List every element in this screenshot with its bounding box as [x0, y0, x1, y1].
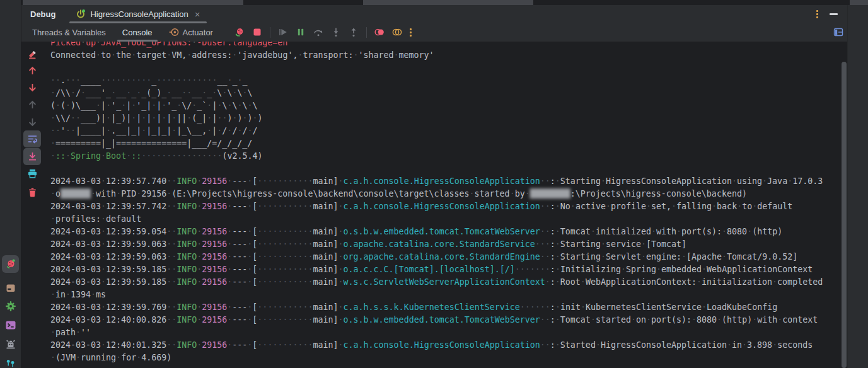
layout-settings-icon[interactable] — [833, 27, 843, 37]
mute-breakpoints-icon[interactable] — [374, 27, 385, 37]
terminal-icon[interactable] — [5, 319, 16, 331]
console-gutter-toolbar — [21, 42, 49, 368]
more-debug-actions-icon[interactable] — [410, 28, 412, 37]
toolbar-divider — [366, 27, 367, 38]
console-line: 2024-03-03·12:39:57.742··INFO·29156·---·… — [50, 200, 839, 213]
actuator-icon — [169, 27, 179, 37]
console-line: 2024-03-03·12:39:59.054··INFO·29156·---·… — [50, 226, 839, 238]
editor-bottom-strip — [21, 0, 868, 5]
hide-icon[interactable] — [830, 13, 838, 15]
settings-gear-icon[interactable] — [5, 301, 16, 312]
console-line: (·(·)\___·|·'_·|·'_|·|·'_·\/·_`·|·\·\·\·… — [50, 100, 839, 112]
toolbar-divider — [270, 27, 270, 38]
step-into-icon[interactable] — [331, 27, 341, 37]
console-line: 2024-03-03·12:39:57.740··INFO·29156·---·… — [50, 175, 839, 188]
console-line: ··.···____··········_············__·_·_ — [50, 74, 839, 87]
console-line: ·(JVM·running·for·4.669) — [50, 352, 839, 364]
rerun-power-icon — [76, 9, 86, 19]
previous-occurrence-icon[interactable] — [27, 100, 38, 110]
up-stack-trace-icon[interactable] — [27, 66, 38, 76]
next-occurrence-icon[interactable] — [27, 117, 38, 127]
session-tab[interactable]: HigressConsoleApplication × — [69, 5, 206, 23]
console-line: ·profiles:·default — [50, 213, 839, 226]
console-line: 2024-03-03·12:39:59.063··INFO·29156·---·… — [50, 238, 839, 251]
console-line: 2024-03-03·12:39:59.063··INFO·29156·---·… — [50, 251, 839, 263]
view-breakpoints-icon[interactable] — [392, 27, 402, 37]
panel-header-controls — [816, 10, 838, 18]
console-line: ·=========|_|==============|___/=/_/_/_/ — [50, 137, 839, 150]
debug-tool-window: Debug HigressConsoleApplication × Thread… — [0, 0, 868, 368]
right-tool-stripe — [847, 5, 868, 368]
console-line: ·::·Spring·Boot·::················(v2.5.… — [50, 150, 839, 163]
editor-strip-segment — [363, 0, 533, 5]
soft-wrap-icon[interactable] — [27, 134, 38, 144]
panel-title: Debug — [30, 9, 55, 19]
resume-icon[interactable] — [278, 27, 288, 37]
debug-bug-icon[interactable] — [5, 258, 16, 270]
vertical-scrollbar[interactable] — [842, 62, 847, 368]
tab-actuator[interactable]: Actuator — [166, 23, 216, 42]
console-line: 2024-03-03·12:40:00.826··INFO·29156·---·… — [50, 314, 839, 326]
debug-tab-row: Debug HigressConsoleApplication × — [21, 5, 848, 23]
rerun-debug-icon[interactable] — [234, 27, 245, 37]
print-icon[interactable] — [27, 168, 38, 179]
scroll-to-end-icon[interactable] — [27, 151, 38, 162]
console-line: 2024-03-03·12:39:59.185··INFO·29156·---·… — [50, 263, 839, 276]
console-line: ·\\/··___)|·|_)|·|·|·|·|·||·(_|·|··)·)·)… — [50, 112, 839, 125]
step-over-icon[interactable] — [313, 27, 323, 37]
tab-actuator-label: Actuator — [183, 28, 213, 37]
clear-all-trash-icon[interactable] — [27, 187, 38, 198]
console-line: ·o██████·with·PID·29156·(E:\Projects\hig… — [50, 188, 839, 200]
console-line: 2024-03-03·12:39:59.769··INFO·29156·---·… — [50, 301, 839, 314]
debugger-toolbar: Threads & Variables Console Actuator — [21, 23, 848, 42]
tab-console[interactable]: Console — [120, 23, 155, 42]
pause-icon[interactable] — [296, 27, 306, 37]
editor-strip-segment — [23, 0, 243, 5]
console-line: ·/\\·/·___'_·__·_·_(_)_·__··__·_·\·\·\·\ — [50, 87, 839, 100]
console-line: Picked·up·JAVA_TOOL_OPTIONS:·-Duser.lang… — [50, 42, 839, 49]
console-panel: Picked·up·JAVA_TOOL_OPTIONS:·-Duser.lang… — [21, 42, 848, 368]
session-tab-title: HigressConsoleApplication — [90, 9, 188, 19]
stop-icon[interactable] — [252, 27, 262, 37]
console-line: 2024-03-03·12:39:59.185··INFO·29156·---·… — [50, 276, 839, 289]
left-tool-stripe — [0, 0, 21, 368]
console-line: ·in·1394·ms — [50, 289, 839, 301]
console-line — [50, 62, 839, 74]
package-icon[interactable] — [5, 282, 16, 294]
console-line: 2024-03-03·12:40:01.325··INFO·29156·---·… — [50, 339, 839, 352]
robot-icon[interactable] — [5, 338, 16, 350]
eraser-icon[interactable] — [27, 49, 38, 60]
tab-threads-variables[interactable]: Threads & Variables — [30, 23, 108, 42]
down-stack-trace-icon[interactable] — [27, 82, 38, 93]
console-line: ·path·'' — [50, 326, 839, 339]
console-line — [50, 163, 839, 175]
close-icon[interactable]: × — [195, 9, 200, 19]
debug-panel-header: Debug HigressConsoleApplication × Thread… — [21, 5, 848, 42]
more-options-icon[interactable] — [816, 10, 818, 18]
endpoints-pins-icon[interactable] — [5, 359, 16, 368]
console-line: ··'··|____|·.__|_|·|_|_|·|_\__,·|·/·/·/·… — [50, 125, 839, 137]
debug-action-icons — [234, 27, 412, 38]
console-log[interactable]: Picked·up·JAVA_TOOL_OPTIONS:·-Duser.lang… — [50, 42, 839, 364]
step-out-icon[interactable] — [349, 27, 359, 37]
console-line: Connected·to·the·target·VM,·address:·'ja… — [50, 49, 839, 62]
editor-strip-segment — [850, 0, 868, 5]
